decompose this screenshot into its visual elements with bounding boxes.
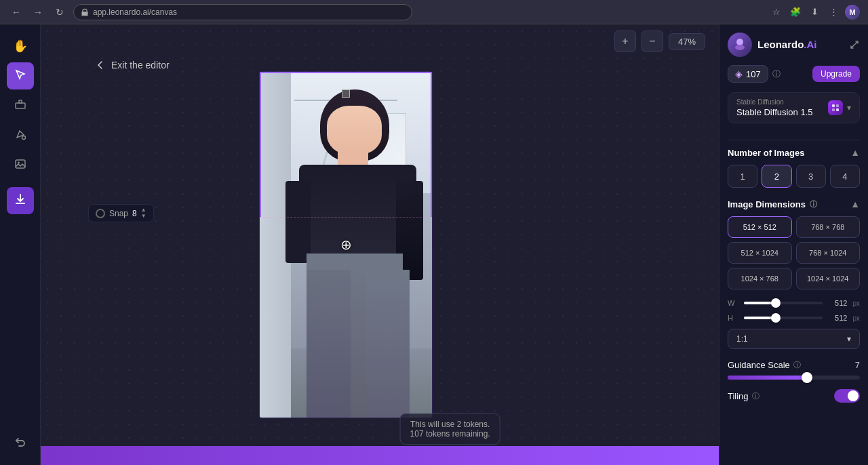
svg-point-3 (18, 161, 20, 163)
snap-down-button[interactable]: ▼ (141, 214, 146, 219)
snap-value: 8 (132, 209, 137, 218)
image-icon (14, 157, 27, 174)
generated-image: ⊕ (260, 72, 432, 418)
guidance-slider-fill (728, 376, 807, 380)
logo-text: Leonardo.Ai (757, 39, 817, 51)
token-info-line2: 107 tokens remaining. (410, 429, 490, 439)
guidance-scale-section: Guidance Scale ⓘ 7 (728, 360, 860, 380)
svg-point-5 (735, 45, 745, 50)
forward-button[interactable]: → (30, 4, 46, 20)
download-tool-button[interactable] (7, 187, 34, 214)
dim-768x1024-button[interactable]: 768 × 1024 (796, 242, 861, 264)
number-of-images-section-header: Number of Images ▲ (728, 147, 860, 158)
panel-header: Leonardo.Ai (728, 33, 860, 57)
zoom-in-button[interactable]: + (614, 31, 636, 52)
browser-chrome: ← → ↻ app.leonardo.ai/canvas ☆ 🧩 ⬇ ⋮ M (0, 0, 868, 24)
dimensions-section-collapse-button[interactable]: ▲ (850, 199, 860, 209)
download-icon (14, 193, 27, 209)
select-tool-button[interactable] (7, 62, 34, 89)
num-4-button[interactable]: 4 (830, 165, 860, 188)
hand-tool-button[interactable]: ✋ (7, 33, 34, 60)
undo-icon (14, 435, 27, 452)
number-section-collapse-button[interactable]: ▲ (850, 147, 860, 158)
height-unit: px (852, 315, 860, 322)
panel-logo: Leonardo.Ai (728, 33, 817, 57)
svg-rect-7 (836, 104, 839, 107)
aspect-ratio-chevron: ▾ (847, 334, 851, 344)
tiling-toggle[interactable] (834, 389, 860, 403)
guidance-scale-label: Guidance Scale ⓘ (728, 360, 801, 370)
guidance-value: 7 (855, 360, 860, 370)
tiling-toggle-knob (848, 390, 859, 401)
guidance-info-icon[interactable]: ⓘ (793, 360, 801, 370)
eraser-icon (14, 98, 27, 115)
right-panel: Leonardo.Ai ◈ 107 ⓘ Upgrade Stable Diffu… (719, 24, 868, 465)
tiling-row: Tiling ⓘ (728, 389, 860, 403)
undo-button[interactable] (7, 430, 34, 457)
dim-1024x1024-button[interactable]: 1024 × 1024 (796, 268, 861, 289)
upgrade-button[interactable]: Upgrade (812, 66, 860, 82)
width-value: 512 (828, 299, 847, 307)
dim-1024x768-button[interactable]: 1024 × 768 (728, 268, 792, 289)
token-count-value: 107 (746, 69, 761, 79)
zoom-out-button[interactable]: − (642, 31, 663, 52)
snap-up-button[interactable]: ▲ (141, 207, 146, 213)
aspect-ratio-selector[interactable]: 1:1 ▾ (728, 329, 860, 349)
zoom-level: 47% (669, 33, 705, 50)
bookmark-button[interactable]: ☆ (769, 5, 784, 20)
logo-image (728, 33, 752, 57)
model-chevron-icon: ▾ (847, 103, 851, 113)
height-slider-track[interactable] (744, 317, 823, 319)
aspect-ratio-value: 1:1 (736, 334, 748, 344)
token-info-icon[interactable]: ⓘ (772, 68, 781, 80)
svg-rect-9 (836, 108, 839, 111)
canvas-image[interactable]: ⊕ (259, 71, 433, 418)
extensions-button[interactable]: 🧩 (788, 5, 803, 20)
model-category: Stable Diffusion (736, 98, 813, 106)
snap-label: Snap (109, 209, 128, 218)
height-slider-thumb[interactable] (771, 313, 781, 323)
image-dimensions-section-header: Image Dimensions ⓘ ▲ (728, 199, 860, 209)
width-slider-track[interactable] (744, 302, 823, 304)
svg-rect-6 (832, 104, 835, 107)
image-tool-button[interactable] (7, 152, 34, 179)
num-3-button[interactable]: 3 (796, 165, 826, 188)
svg-point-1 (22, 136, 25, 139)
token-info-line1: This will use 2 tokens. (410, 420, 490, 429)
url-bar[interactable]: app.leonardo.ai/canvas (73, 4, 412, 20)
guidance-slider-track[interactable] (728, 376, 860, 380)
svg-rect-0 (16, 103, 25, 108)
download-manager-button[interactable]: ⬇ (807, 5, 822, 20)
dim-768x768-button[interactable]: 768 × 768 (796, 216, 861, 238)
app-container: ✋ (0, 24, 868, 465)
url-text: app.leonardo.ai/canvas (93, 7, 177, 17)
width-slider-row: W 512 px (728, 299, 860, 307)
dim-512x512-button[interactable]: 512 × 512 (728, 216, 792, 238)
canvas-area[interactable]: Exit the editor + − 47% Snap 8 ▲ ▼ (41, 24, 719, 465)
guidance-slider-thumb[interactable] (802, 372, 812, 383)
model-icon (828, 100, 843, 115)
guidance-header: Guidance Scale ⓘ 7 (728, 360, 860, 370)
num-2-button[interactable]: 2 (762, 165, 791, 188)
exit-editor-link[interactable]: Exit the editor (81, 49, 183, 81)
tiling-info-icon[interactable]: ⓘ (752, 391, 760, 401)
dimensions-info-icon[interactable]: ⓘ (810, 199, 817, 209)
num-buttons-row: 1 2 3 4 (728, 165, 860, 188)
plus-icon: + (622, 35, 628, 47)
divider-1 (728, 140, 860, 140)
width-slider-thumb[interactable] (771, 298, 781, 308)
num-1-button[interactable]: 1 (728, 165, 757, 188)
eraser-tool-button[interactable] (7, 92, 34, 119)
model-selector[interactable]: Stable Diffusion Stable Diffusion 1.5 ▾ (728, 92, 860, 123)
profile-avatar[interactable]: M (845, 5, 860, 20)
paint-tool-button[interactable] (7, 122, 34, 149)
back-button[interactable]: ← (8, 4, 24, 20)
refresh-button[interactable]: ↻ (52, 4, 68, 20)
apps-button[interactable]: ⋮ (826, 5, 841, 20)
dimensions-grid: 512 × 512 768 × 768 512 × 1024 768 × 102… (728, 216, 860, 289)
panel-collapse-button[interactable] (849, 39, 860, 50)
height-label: H (728, 314, 738, 322)
dim-512x1024-button[interactable]: 512 × 1024 (728, 242, 792, 264)
minus-icon: − (649, 35, 655, 47)
generate-bar[interactable] (41, 446, 719, 465)
